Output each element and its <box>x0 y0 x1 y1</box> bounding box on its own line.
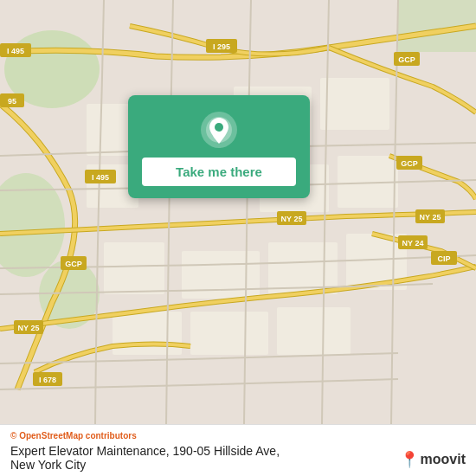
label-ny24: NY 24 <box>402 239 424 248</box>
moovit-text: moovit <box>421 452 466 467</box>
location-card: Take me there <box>128 95 310 198</box>
label-cip: CIP <box>437 254 450 263</box>
moovit-pin-icon: 📍 <box>400 450 419 469</box>
label-i495-top: I 495 <box>7 47 24 55</box>
label-ny25-mid: NY 25 <box>281 215 303 223</box>
label-i295: I 295 <box>213 42 230 51</box>
label-i495-left: I 495 <box>92 173 109 182</box>
label-ny25-low: NY 25 <box>18 324 40 332</box>
label-gcp-right: GCP <box>401 159 418 168</box>
svg-rect-8 <box>320 78 389 130</box>
attribution-openstreetmap[interactable]: OpenStreetMap <box>19 431 83 441</box>
label-ny25-right: NY 25 <box>420 213 441 222</box>
bottom-info-bar: © OpenStreetMap contributors Expert Elev… <box>0 424 476 476</box>
svg-rect-17 <box>190 312 268 355</box>
map-container: I 495 95 I 295 I 495 GCP GCP GCP NY 25 N… <box>0 0 476 424</box>
take-me-there-button[interactable]: Take me there <box>142 158 296 186</box>
svg-point-34 <box>215 123 223 132</box>
label-gcp-top: GCP <box>398 55 415 64</box>
location-pin-icon <box>200 111 238 149</box>
map-svg: I 495 95 I 295 I 495 GCP GCP GCP NY 25 N… <box>0 0 476 424</box>
svg-rect-12 <box>104 242 164 294</box>
attribution: © OpenStreetMap contributors <box>10 431 466 441</box>
address-line2: New York City <box>10 458 280 472</box>
svg-rect-18 <box>277 307 351 355</box>
attribution-prefix: © <box>10 431 19 441</box>
svg-rect-13 <box>182 251 260 299</box>
moovit-logo: 📍 moovit <box>400 450 466 469</box>
label-95: 95 <box>8 97 16 106</box>
address-line1: Expert Elevator Maintenance, 190-05 Hill… <box>10 444 280 458</box>
label-i678: I 678 <box>39 376 56 384</box>
attribution-suffix: contributors <box>83 431 137 441</box>
svg-rect-16 <box>113 312 182 355</box>
label-gcp-left: GCP <box>65 260 82 268</box>
